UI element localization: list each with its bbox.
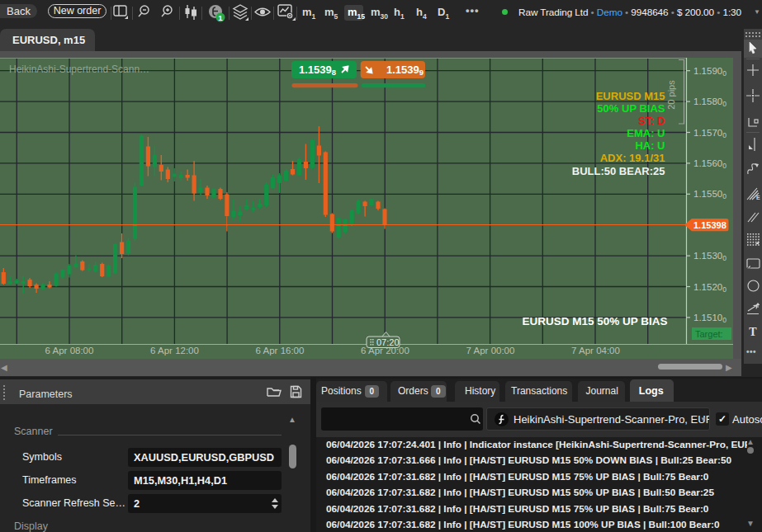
- svg-text:1: 1: [218, 13, 223, 22]
- svg-text:1.15300: 1.15300: [693, 251, 727, 262]
- svg-text:EMA: U: EMA: U: [627, 127, 665, 139]
- svg-text:1.15398: 1.15398: [693, 220, 727, 230]
- svg-text:1.15399: 1.15399: [386, 64, 424, 77]
- svg-text:1.15398: 1.15398: [299, 64, 336, 77]
- svg-text:50% UP BIAS: 50% UP BIAS: [597, 102, 665, 115]
- svg-text:HA: U: HA: U: [635, 139, 665, 152]
- svg-text:6 Apr 12:00: 6 Apr 12:00: [150, 346, 199, 355]
- svg-text:ST: D: ST: D: [638, 115, 665, 127]
- svg-text:6 Apr 16:00: 6 Apr 16:00: [256, 346, 305, 355]
- svg-text:E: E: [756, 195, 760, 200]
- svg-text:HeikinAshi-Supertrend-Scann…: HeikinAshi-Supertrend-Scann…: [9, 64, 149, 75]
- svg-text:ADX: 19.1/31: ADX: 19.1/31: [600, 152, 665, 164]
- svg-text:EURUSD M15 50% UP BIAS: EURUSD M15 50% UP BIAS: [522, 315, 667, 327]
- svg-text:1.15100: 1.15100: [693, 313, 727, 324]
- svg-text:BULL:50 BEAR:25: BULL:50 BEAR:25: [572, 165, 665, 177]
- svg-text:EURUSD M15: EURUSD M15: [596, 90, 665, 102]
- svg-text:1.15700: 1.15700: [693, 128, 727, 139]
- svg-text:1.15500: 1.15500: [693, 189, 727, 200]
- svg-text:6 Apr 08:00: 6 Apr 08:00: [45, 346, 94, 355]
- svg-text:7 Apr 00:00: 7 Apr 00:00: [466, 346, 515, 355]
- svg-text:7 Apr 04:00: 7 Apr 04:00: [571, 346, 620, 355]
- svg-text:20 pips: 20 pips: [666, 80, 676, 110]
- svg-text:1.15200: 1.15200: [693, 282, 727, 294]
- svg-text:1.15900: 1.15900: [693, 66, 727, 78]
- svg-text:07:20: 07:20: [376, 337, 400, 347]
- svg-text:1.15800: 1.15800: [693, 97, 727, 108]
- svg-text:Target:: Target:: [695, 329, 723, 339]
- svg-text:1.15600: 1.15600: [693, 158, 727, 170]
